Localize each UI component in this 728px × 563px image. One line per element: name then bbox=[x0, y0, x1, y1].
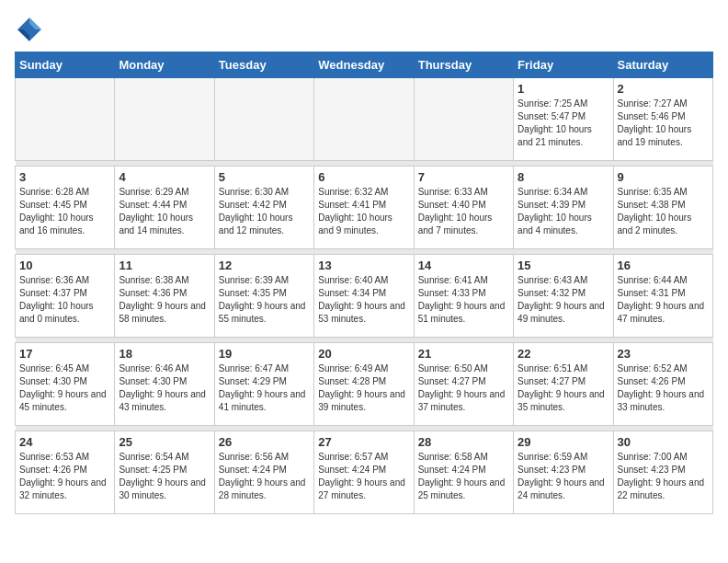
calendar-day-cell: 27Sunrise: 6:57 AM Sunset: 4:24 PM Dayli… bbox=[314, 431, 414, 514]
calendar-day-cell: 18Sunrise: 6:46 AM Sunset: 4:30 PM Dayli… bbox=[115, 343, 214, 426]
calendar-day-cell: 16Sunrise: 6:44 AM Sunset: 4:31 PM Dayli… bbox=[613, 255, 712, 338]
calendar-week-row: 17Sunrise: 6:45 AM Sunset: 4:30 PM Dayli… bbox=[16, 343, 713, 426]
calendar-day-cell: 17Sunrise: 6:45 AM Sunset: 4:30 PM Dayli… bbox=[16, 343, 115, 426]
day-number: 21 bbox=[418, 347, 509, 361]
calendar-day-cell: 25Sunrise: 6:54 AM Sunset: 4:25 PM Dayli… bbox=[115, 431, 214, 514]
calendar-day-cell: 15Sunrise: 6:43 AM Sunset: 4:32 PM Dayli… bbox=[514, 255, 613, 338]
day-number: 17 bbox=[19, 347, 110, 361]
day-number: 22 bbox=[518, 347, 609, 361]
calendar-table: SundayMondayTuesdayWednesdayThursdayFrid… bbox=[15, 52, 713, 514]
day-number: 10 bbox=[19, 259, 110, 272]
day-info: Sunrise: 6:29 AM Sunset: 4:44 PM Dayligh… bbox=[119, 186, 210, 237]
day-number: 28 bbox=[418, 435, 509, 449]
calendar-day-cell: 20Sunrise: 6:49 AM Sunset: 4:28 PM Dayli… bbox=[314, 343, 414, 426]
day-of-week-header: Thursday bbox=[414, 52, 513, 78]
day-number: 30 bbox=[618, 435, 709, 449]
day-info: Sunrise: 6:47 AM Sunset: 4:29 PM Dayligh… bbox=[219, 362, 310, 414]
calendar-day-cell: 3Sunrise: 6:28 AM Sunset: 4:45 PM Daylig… bbox=[16, 167, 115, 249]
day-number: 29 bbox=[518, 435, 609, 449]
day-info: Sunrise: 6:53 AM Sunset: 4:26 PM Dayligh… bbox=[19, 451, 110, 502]
day-info: Sunrise: 7:25 AM Sunset: 5:47 PM Dayligh… bbox=[518, 98, 609, 149]
day-info: Sunrise: 6:46 AM Sunset: 4:30 PM Dayligh… bbox=[119, 362, 210, 414]
day-of-week-header: Saturday bbox=[613, 52, 712, 78]
day-info: Sunrise: 6:45 AM Sunset: 4:30 PM Dayligh… bbox=[19, 362, 110, 414]
day-info: Sunrise: 6:35 AM Sunset: 4:38 PM Dayligh… bbox=[618, 186, 709, 237]
day-number: 2 bbox=[618, 82, 709, 96]
day-number: 13 bbox=[318, 259, 409, 272]
calendar-week-row: 1Sunrise: 7:25 AM Sunset: 5:47 PM Daylig… bbox=[16, 78, 713, 161]
calendar-week-row: 24Sunrise: 6:53 AM Sunset: 4:26 PM Dayli… bbox=[16, 431, 713, 514]
day-number: 12 bbox=[219, 259, 310, 272]
day-info: Sunrise: 6:51 AM Sunset: 4:27 PM Dayligh… bbox=[518, 362, 609, 414]
day-number: 23 bbox=[618, 347, 709, 361]
calendar-day-cell: 1Sunrise: 7:25 AM Sunset: 5:47 PM Daylig… bbox=[514, 78, 613, 161]
day-info: Sunrise: 6:58 AM Sunset: 4:24 PM Dayligh… bbox=[418, 451, 509, 502]
calendar-day-cell: 24Sunrise: 6:53 AM Sunset: 4:26 PM Dayli… bbox=[16, 431, 115, 514]
calendar-day-cell: 23Sunrise: 6:52 AM Sunset: 4:26 PM Dayli… bbox=[613, 343, 712, 426]
calendar-day-cell: 26Sunrise: 6:56 AM Sunset: 4:24 PM Dayli… bbox=[214, 431, 313, 514]
calendar-day-cell bbox=[16, 78, 115, 161]
day-number: 18 bbox=[119, 347, 210, 361]
day-number: 15 bbox=[518, 259, 609, 272]
calendar-day-cell: 12Sunrise: 6:39 AM Sunset: 4:35 PM Dayli… bbox=[214, 255, 313, 338]
calendar-day-cell: 10Sunrise: 6:36 AM Sunset: 4:37 PM Dayli… bbox=[16, 255, 115, 338]
day-info: Sunrise: 6:38 AM Sunset: 4:36 PM Dayligh… bbox=[119, 274, 210, 326]
calendar-day-cell: 21Sunrise: 6:50 AM Sunset: 4:27 PM Dayli… bbox=[414, 343, 513, 426]
calendar-day-cell: 11Sunrise: 6:38 AM Sunset: 4:36 PM Dayli… bbox=[115, 255, 214, 338]
day-info: Sunrise: 6:28 AM Sunset: 4:45 PM Dayligh… bbox=[19, 186, 110, 237]
calendar-day-cell: 19Sunrise: 6:47 AM Sunset: 4:29 PM Dayli… bbox=[214, 343, 313, 426]
logo-icon bbox=[15, 15, 44, 44]
day-of-week-header: Wednesday bbox=[314, 52, 414, 78]
day-info: Sunrise: 6:56 AM Sunset: 4:24 PM Dayligh… bbox=[219, 451, 310, 502]
day-of-week-header: Friday bbox=[514, 52, 613, 78]
day-info: Sunrise: 6:34 AM Sunset: 4:39 PM Dayligh… bbox=[518, 186, 609, 237]
calendar-day-cell bbox=[115, 78, 214, 161]
day-info: Sunrise: 6:40 AM Sunset: 4:34 PM Dayligh… bbox=[318, 274, 409, 326]
day-info: Sunrise: 7:00 AM Sunset: 4:23 PM Dayligh… bbox=[618, 451, 709, 502]
day-number: 24 bbox=[19, 435, 110, 449]
day-number: 14 bbox=[418, 259, 509, 272]
day-info: Sunrise: 6:49 AM Sunset: 4:28 PM Dayligh… bbox=[318, 362, 409, 414]
day-number: 4 bbox=[119, 170, 210, 184]
logo bbox=[15, 15, 48, 44]
day-of-week-header: Tuesday bbox=[214, 52, 313, 78]
day-number: 9 bbox=[618, 170, 709, 184]
calendar-day-cell: 8Sunrise: 6:34 AM Sunset: 4:39 PM Daylig… bbox=[514, 167, 613, 249]
day-number: 8 bbox=[518, 170, 609, 184]
day-number: 5 bbox=[219, 170, 310, 184]
calendar-day-cell: 29Sunrise: 6:59 AM Sunset: 4:23 PM Dayli… bbox=[514, 431, 613, 514]
day-number: 25 bbox=[119, 435, 210, 449]
calendar-day-cell: 28Sunrise: 6:58 AM Sunset: 4:24 PM Dayli… bbox=[414, 431, 513, 514]
day-of-week-header: Sunday bbox=[16, 52, 115, 78]
calendar-day-cell: 30Sunrise: 7:00 AM Sunset: 4:23 PM Dayli… bbox=[613, 431, 712, 514]
day-info: Sunrise: 7:27 AM Sunset: 5:46 PM Dayligh… bbox=[618, 98, 709, 149]
day-number: 19 bbox=[219, 347, 310, 361]
day-info: Sunrise: 6:39 AM Sunset: 4:35 PM Dayligh… bbox=[219, 274, 310, 326]
calendar-day-cell: 4Sunrise: 6:29 AM Sunset: 4:44 PM Daylig… bbox=[115, 167, 214, 249]
calendar-day-cell: 22Sunrise: 6:51 AM Sunset: 4:27 PM Dayli… bbox=[514, 343, 613, 426]
day-number: 1 bbox=[518, 82, 609, 96]
calendar-week-row: 10Sunrise: 6:36 AM Sunset: 4:37 PM Dayli… bbox=[16, 255, 713, 338]
day-number: 16 bbox=[618, 259, 709, 272]
day-number: 20 bbox=[318, 347, 409, 361]
calendar-header-row: SundayMondayTuesdayWednesdayThursdayFrid… bbox=[16, 52, 713, 78]
calendar-week-row: 3Sunrise: 6:28 AM Sunset: 4:45 PM Daylig… bbox=[16, 167, 713, 249]
calendar-day-cell bbox=[314, 78, 414, 161]
day-info: Sunrise: 6:43 AM Sunset: 4:32 PM Dayligh… bbox=[518, 274, 609, 326]
calendar-day-cell: 5Sunrise: 6:30 AM Sunset: 4:42 PM Daylig… bbox=[214, 167, 313, 249]
day-number: 6 bbox=[318, 170, 409, 184]
day-info: Sunrise: 6:44 AM Sunset: 4:31 PM Dayligh… bbox=[618, 274, 709, 326]
day-of-week-header: Monday bbox=[115, 52, 214, 78]
day-info: Sunrise: 6:33 AM Sunset: 4:40 PM Dayligh… bbox=[418, 186, 509, 237]
day-info: Sunrise: 6:41 AM Sunset: 4:33 PM Dayligh… bbox=[418, 274, 509, 326]
calendar-day-cell: 6Sunrise: 6:32 AM Sunset: 4:41 PM Daylig… bbox=[314, 167, 414, 249]
day-info: Sunrise: 6:57 AM Sunset: 4:24 PM Dayligh… bbox=[318, 451, 409, 502]
day-info: Sunrise: 6:59 AM Sunset: 4:23 PM Dayligh… bbox=[518, 451, 609, 502]
day-info: Sunrise: 6:32 AM Sunset: 4:41 PM Dayligh… bbox=[318, 186, 409, 237]
day-info: Sunrise: 6:54 AM Sunset: 4:25 PM Dayligh… bbox=[119, 451, 210, 502]
day-number: 27 bbox=[318, 435, 409, 449]
page-header bbox=[15, 15, 713, 44]
calendar-day-cell bbox=[214, 78, 313, 161]
calendar-day-cell bbox=[414, 78, 513, 161]
day-number: 7 bbox=[418, 170, 509, 184]
